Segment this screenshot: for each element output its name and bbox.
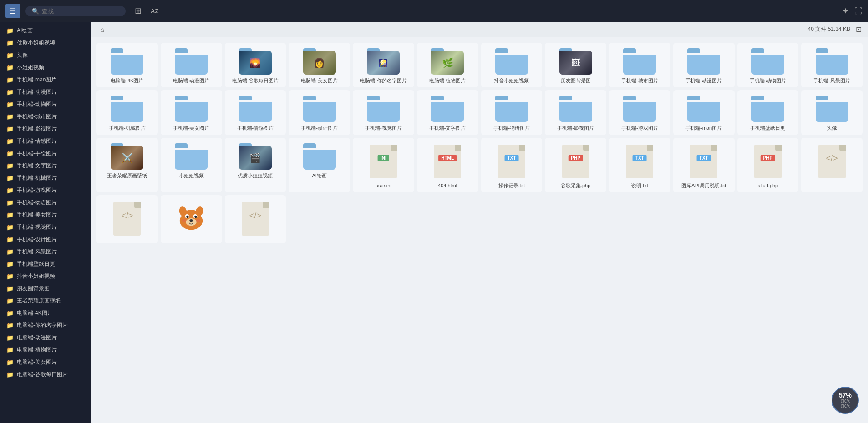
sidebar-item-moments-bg[interactable]: 📁 朋友圈背景图 bbox=[0, 282, 91, 295]
list-item[interactable]: PHP allurl.php bbox=[737, 138, 799, 192]
list-item[interactable]: 🖼 朋友圈背景图 bbox=[545, 43, 606, 87]
list-item[interactable]: 手机端-城市图片 bbox=[609, 43, 670, 87]
list-item[interactable]: 电脑端-动漫图片 bbox=[161, 43, 222, 87]
sidebar-item-girl-video2[interactable]: 📁 小姐姐视频 bbox=[0, 61, 91, 74]
status-bar: 40 文件 51.34 KB ⊡ bbox=[808, 25, 862, 34]
list-item[interactable]: 手机端壁纸日更 bbox=[737, 90, 799, 135]
sidebar-item-label: 电脑端-谷歌每日图片 bbox=[17, 371, 68, 378]
list-item[interactable]: TXT 图库API调用说明.txt bbox=[673, 138, 735, 192]
list-item[interactable]: 抖音小姐姐视频 bbox=[481, 43, 543, 87]
sidebar-item-sketch[interactable]: 📁 手机端-手绘图片 bbox=[0, 147, 91, 160]
sidebar-item-label: 头像 bbox=[17, 51, 28, 59]
list-item[interactable]: 手机端-设计图片 bbox=[289, 90, 350, 135]
sidebar-item-douyin[interactable]: 📁 抖音小姐姐视频 bbox=[0, 270, 91, 282]
sidebar-item-girl-video[interactable]: 📁 优质小姐姐视频 bbox=[0, 37, 91, 49]
item-label: 优质小姐姐视频 bbox=[238, 172, 273, 179]
download-speed: 0K/s bbox=[841, 404, 850, 409]
list-item[interactable]: </> bbox=[801, 138, 863, 192]
file-icon: TXT bbox=[496, 143, 527, 180]
settings-button[interactable]: ✦ bbox=[842, 6, 849, 16]
sidebar-item-honor[interactable]: 📁 王者荣耀原画壁纸 bbox=[0, 295, 91, 307]
sidebar-item-design[interactable]: 📁 手机端-设计图片 bbox=[0, 233, 91, 246]
header-right: ✦ ⛶ bbox=[842, 6, 863, 16]
sidebar-item-emotion[interactable]: 📁 手机端-情感图片 bbox=[0, 135, 91, 147]
sidebar-item-animal[interactable]: 📁 手机端-动物图片 bbox=[0, 98, 91, 111]
list-item[interactable]: INI user.ini bbox=[353, 138, 414, 192]
sidebar-item-man[interactable]: 📁 手机端-man图片 bbox=[0, 74, 91, 86]
sidebar-item-label: 手机端-物语图片 bbox=[17, 199, 57, 206]
sidebar-item-beauty[interactable]: 📁 手机端-美女图片 bbox=[0, 209, 91, 221]
list-item[interactable]: TXT 说明.txt bbox=[609, 138, 670, 192]
sort-button[interactable]: AZ bbox=[147, 6, 162, 16]
sidebar-item-ai[interactable]: 📁 AI绘画 bbox=[0, 25, 91, 37]
list-item[interactable]: 手机端-风景图片 bbox=[801, 43, 863, 87]
list-item[interactable]: 🌿 电脑端-植物图片 bbox=[417, 43, 478, 87]
sidebar-item-pc-plant[interactable]: 📁 电脑端-植物图片 bbox=[0, 344, 91, 356]
sidebar-item-story[interactable]: 📁 手机端-物语图片 bbox=[0, 196, 91, 209]
home-button[interactable]: ⌂ bbox=[97, 25, 107, 34]
list-item[interactable]: ⋮ 电脑端-4K图片 bbox=[96, 43, 158, 87]
list-item[interactable]: AI绘画 bbox=[289, 138, 350, 192]
list-item[interactable]: 手机端-影视图片 bbox=[545, 90, 606, 135]
file-icon: </> bbox=[817, 143, 848, 180]
list-item[interactable]: 手机端-机械图片 bbox=[96, 90, 158, 135]
list-item[interactable]: </> bbox=[225, 195, 286, 243]
list-item[interactable]: </> bbox=[96, 195, 158, 243]
list-item[interactable]: 手机端-游戏图片 bbox=[609, 90, 670, 135]
sidebar-item-pc-anime[interactable]: 📁 电脑端-动漫图片 bbox=[0, 332, 91, 344]
sidebar-item-city[interactable]: 📁 手机端-城市图片 bbox=[0, 111, 91, 123]
list-item[interactable]: 🎑 电脑端-你的名字图片 bbox=[353, 43, 414, 87]
folder-icon: 📁 bbox=[6, 175, 14, 181]
list-item[interactable]: 手机端-动物图片 bbox=[737, 43, 799, 87]
list-item[interactable]: 👩 电脑端-美女图片 bbox=[289, 43, 350, 87]
sidebar-item-mech[interactable]: 📁 手机端-机械图片 bbox=[0, 172, 91, 184]
expand-button[interactable]: ⛶ bbox=[854, 6, 863, 16]
sidebar-item-game[interactable]: 📁 手机端-游戏图片 bbox=[0, 184, 91, 196]
sidebar-item-label: 朋友圈背景图 bbox=[17, 285, 50, 292]
list-item[interactable]: ⚔️ 王者荣耀原画壁纸 bbox=[96, 138, 158, 192]
more-button[interactable]: ⋮ bbox=[149, 45, 155, 53]
file-badge: HTML bbox=[438, 155, 457, 161]
list-item[interactable]: 头像 bbox=[801, 90, 863, 135]
layout: 📁 AI绘画 📁 优质小姐姐视频 📁 头像 📁 小姐姐视频 📁 手机端-man图… bbox=[0, 22, 868, 423]
sidebar-item-label: 手机端-影视图片 bbox=[17, 125, 57, 133]
list-item[interactable]: TXT 操作记录.txt bbox=[481, 138, 543, 192]
sidebar-item-text[interactable]: 📁 手机端-文字图片 bbox=[0, 160, 91, 172]
sidebar-item-landscape[interactable]: 📁 手机端-风景图片 bbox=[0, 246, 91, 258]
search-input[interactable] bbox=[42, 8, 119, 15]
list-item[interactable]: HTML 404.html bbox=[417, 138, 478, 192]
folder-icon: 📁 bbox=[6, 64, 14, 71]
sidebar-item-visual[interactable]: 📁 手机端-视觉图片 bbox=[0, 221, 91, 233]
list-item[interactable]: 🎬 优质小姐姐视频 bbox=[225, 138, 286, 192]
menu-button[interactable]: ☰ bbox=[5, 4, 20, 18]
sidebar-item-pc-name[interactable]: 📁 电脑端-你的名字图片 bbox=[0, 319, 91, 332]
sidebar-item-avatar[interactable]: 📁 头像 bbox=[0, 49, 91, 61]
share-button[interactable]: ⊡ bbox=[856, 25, 862, 34]
list-item[interactable]: 🌄 电脑端-谷歌每日图片 bbox=[225, 43, 286, 87]
list-item[interactable]: 手机端-动漫图片 bbox=[673, 43, 735, 87]
folder-icon: 📁 bbox=[6, 52, 14, 59]
sidebar-item-anime[interactable]: 📁 手机端-动漫图片 bbox=[0, 86, 91, 98]
list-item[interactable]: 手机端-视觉图片 bbox=[353, 90, 414, 135]
list-item[interactable]: 手机端-文字图片 bbox=[417, 90, 478, 135]
list-item[interactable]: 手机端-情感图片 bbox=[225, 90, 286, 135]
folder-icon bbox=[816, 48, 848, 75]
sidebar-item-pc-google[interactable]: 📁 电脑端-谷歌每日图片 bbox=[0, 368, 91, 381]
sidebar-item-pc4k[interactable]: 📁 电脑端-4K图片 bbox=[0, 307, 91, 319]
folder-icon bbox=[239, 96, 272, 122]
item-label: 手机端-美女图片 bbox=[173, 125, 210, 131]
list-item[interactable]: 手机端-物语图片 bbox=[481, 90, 543, 135]
list-item[interactable]: PHP 谷歌采集.php bbox=[545, 138, 606, 192]
svg-point-8 bbox=[186, 216, 188, 218]
list-item[interactable]: 手机端-man图片 bbox=[673, 90, 735, 135]
sidebar-item-film[interactable]: 📁 手机端-影视图片 bbox=[0, 123, 91, 135]
file-badge: TXT bbox=[504, 155, 518, 161]
sidebar-item-pc-beauty[interactable]: 📁 电脑端-美女图片 bbox=[0, 356, 91, 368]
file-badge: TXT bbox=[633, 155, 647, 161]
grid-view-button[interactable]: ⊞ bbox=[133, 4, 143, 18]
list-item[interactable]: 小姐姐视频 bbox=[161, 138, 222, 192]
item-label: 电脑端-美女图片 bbox=[301, 77, 338, 84]
sidebar-item-wallpaper[interactable]: 📁 手机端壁纸日更 bbox=[0, 258, 91, 270]
list-item[interactable]: 手机端-美女图片 bbox=[161, 90, 222, 135]
list-item[interactable] bbox=[161, 195, 222, 243]
